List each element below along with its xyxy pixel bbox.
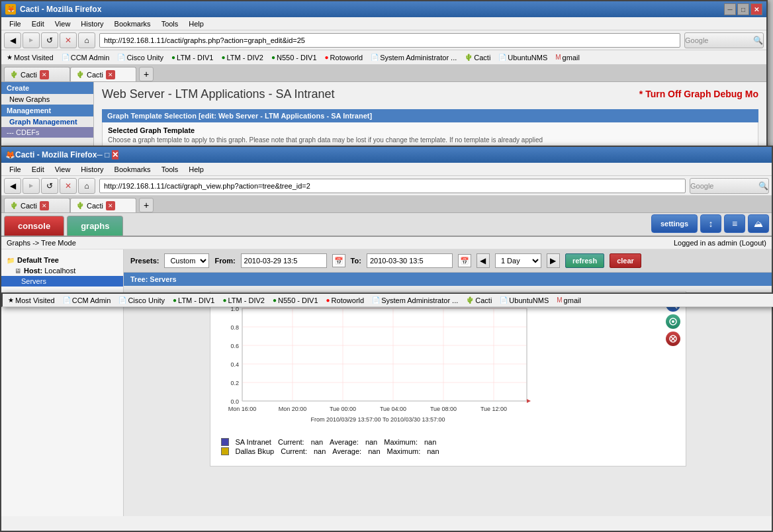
bm-ubuntu-2[interactable]: 📄UbuntuNMS [497,296,551,305]
bm-cisco-1[interactable]: 📄Cisco Unity [114,53,166,62]
tab-1-1[interactable]: 🌵 Cacti ✕ [4,67,70,81]
sidebar-new-graphs[interactable]: New Graphs [1,94,93,105]
tab-bar-2: 🌵 Cacti ✕ 🌵 Cacti ✕ + [1,196,772,213]
bm-gmail-2[interactable]: Mgmail [554,296,584,305]
menu-edit-2[interactable]: Edit [26,164,50,175]
close-btn-2[interactable]: ✕ [112,150,118,159]
bm-roto-1[interactable]: ●Rotoworld [322,53,366,62]
clear-button[interactable]: clear [610,253,641,268]
tab-close-2-2[interactable]: ✕ [106,201,115,210]
forward-btn-2[interactable]: ▶ [23,178,40,194]
tab-close-1-1[interactable]: ✕ [40,70,49,79]
bm-roto-2[interactable]: ●Rotoworld [324,296,367,305]
menu-file-2[interactable]: File [4,164,26,175]
bm-sysadmin-1[interactable]: 📄System Administrator ... [368,53,459,62]
menu-view-1[interactable]: View [50,19,76,29]
tab-1-2[interactable]: 🌵 Cacti ✕ [70,67,136,81]
new-tab-btn-1[interactable]: + [139,67,154,81]
url-bar-1[interactable] [99,33,680,48]
bm-n550-2[interactable]: ●N550 - DIV1 [270,296,321,305]
win-controls-2[interactable]: ─ □ ✕ [97,150,118,159]
bm-most-visited-1[interactable]: ★Most Visited [4,53,56,62]
from-calendar-icon[interactable]: 📅 [332,254,345,267]
bm-most-visited-2[interactable]: ★Most Visited [5,296,58,305]
minimize-btn-2[interactable]: ─ [97,150,103,159]
nav-icon-btn-1[interactable]: ↕ [700,214,721,233]
back-btn-2[interactable]: ◀ [4,178,21,194]
bm-sysadmin-2[interactable]: 📄System Administrator ... [369,296,461,305]
menu-help-1[interactable]: Help [183,19,209,29]
forward-btn-1[interactable]: ▶ [23,32,40,48]
back-btn-1[interactable]: ◀ [4,32,21,48]
to-input[interactable] [367,253,453,268]
from-input[interactable] [241,253,327,268]
bm-ltm1-1[interactable]: ●LTM - DIV1 [169,53,216,62]
menu-help-2[interactable]: Help [183,164,209,175]
maximize-btn-1[interactable]: □ [737,3,749,15]
graph-view-icon[interactable] [666,314,680,329]
graphs-tab[interactable]: graphs [67,216,123,236]
maximize-btn-2[interactable]: □ [105,150,109,159]
template-header: Graph Template Selection [edit: Web Serv… [102,109,758,122]
menu-view-2[interactable]: View [50,164,76,175]
console-tab[interactable]: console [4,216,64,236]
win-controls-1[interactable]: ─ □ ✕ [724,3,762,15]
home-btn-1[interactable]: ⌂ [78,32,95,48]
bm-gmail-1[interactable]: Mgmail [553,53,582,62]
minimize-btn-1[interactable]: ─ [724,3,736,15]
bm-cisco-2[interactable]: 📄Cisco Unity [116,296,167,305]
menu-file-1[interactable]: File [4,19,26,29]
tab-close-2-1[interactable]: ✕ [40,201,49,210]
close-btn-1[interactable]: ✕ [750,3,762,15]
graph-delete-icon[interactable] [666,332,680,346]
bm-ltm2-2[interactable]: ●LTM - DIV2 [220,296,267,305]
tab-close-1-2[interactable]: ✕ [106,70,115,79]
tree-host[interactable]: 🖥 Host: Localhost [1,265,123,276]
legend-max-label-0: Maximum: [384,438,418,446]
span-select[interactable]: 1 Day [495,253,541,268]
sidebar-graph-management[interactable]: Graph Management [1,116,93,127]
tab-2-2[interactable]: 🌵 Cacti ✕ [70,198,136,212]
bookmarks-bar-1: ★Most Visited 📄CCM Admin 📄Cisco Unity ●L… [1,50,766,65]
tree-servers[interactable]: Servers [1,276,123,287]
next-arrow[interactable]: ▶ [547,253,560,268]
menu-history-2[interactable]: History [75,164,109,175]
stop-btn-1[interactable]: ✕ [60,32,77,48]
search-btn-1[interactable]: Google 🔍 [684,32,764,48]
bm-cacti-2[interactable]: 🌵Cacti [463,296,494,305]
prev-arrow[interactable]: ◀ [477,253,490,268]
tab-2-1[interactable]: 🌵 Cacti ✕ [4,198,70,212]
presets-select[interactable]: Custom [164,253,209,268]
menu-edit-1[interactable]: Edit [26,19,50,29]
home-btn-2[interactable]: ⌂ [78,178,95,194]
time-range-text: From 2010/03/29 13:57:00 To 2010/03/30 1… [310,416,445,423]
tree-default-tree[interactable]: 📁 Default Tree [1,255,123,265]
menu-history-1[interactable]: History [75,19,109,29]
url-bar-2[interactable] [99,179,686,193]
y-label-2: 0.6 [230,343,239,349]
menu-tools-2[interactable]: Tools [156,164,184,175]
bm-cacti-1[interactable]: 🌵Cacti [462,53,493,62]
menu-bookmarks-2[interactable]: Bookmarks [109,164,156,175]
sidebar-cdefs[interactable]: --- CDEFs [1,127,93,138]
logged-in: Logged in as admin (Logout) [674,239,766,247]
reload-btn-2[interactable]: ↺ [41,178,58,194]
nav-icon-btn-2[interactable]: ≡ [724,214,745,233]
bm-ccm-2[interactable]: 📄CCM Admin [60,296,114,305]
menu-tools-1[interactable]: Tools [156,19,184,29]
menu-bookmarks-1[interactable]: Bookmarks [109,19,156,29]
bm-ubuntu-1[interactable]: 📄UbuntuNMS [496,53,550,62]
to-calendar-icon[interactable]: 📅 [458,254,471,267]
debug-link[interactable]: * Turn Off Graph Debug Mo [639,89,758,99]
stop-btn-2[interactable]: ✕ [60,178,77,194]
bm-ltm2-1[interactable]: ●LTM - DIV2 [219,53,266,62]
search-area-2[interactable]: Google 🔍 [690,178,769,194]
nav-icon-btn-3[interactable]: ⛰ [748,214,769,233]
reload-btn-1[interactable]: ↺ [41,32,58,48]
new-tab-btn-2[interactable]: + [139,198,154,212]
bm-ltm1-2[interactable]: ●LTM - DIV1 [170,296,217,305]
bm-n550-1[interactable]: ●N550 - DIV1 [269,53,320,62]
bm-ccm-1[interactable]: 📄CCM Admin [59,53,113,62]
settings-btn[interactable]: settings [651,214,698,233]
refresh-button[interactable]: refresh [565,253,604,268]
